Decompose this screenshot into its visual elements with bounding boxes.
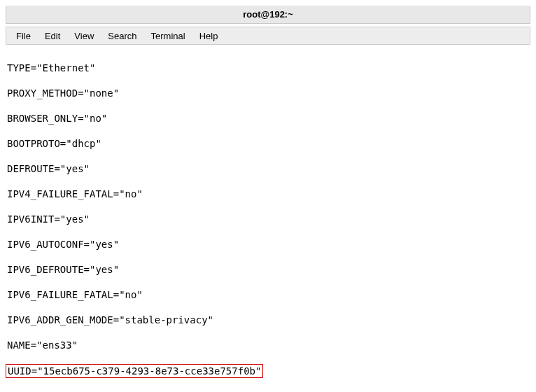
- config-line: BOOTPROTO="dhcp": [7, 137, 529, 150]
- config-line: TYPE="Ethernet": [7, 62, 529, 74]
- config-line: IPV6_AUTOCONF="yes": [7, 238, 529, 251]
- config-line: IPV6INIT="yes": [7, 213, 529, 225]
- menu-edit[interactable]: Edit: [38, 28, 67, 44]
- terminal-content[interactable]: TYPE="Ethernet" PROXY_METHOD="none" BROW…: [0, 45, 536, 392]
- menubar: File Edit View Search Terminal Help: [6, 27, 530, 45]
- menu-terminal[interactable]: Terminal: [144, 28, 192, 44]
- config-line: IPV6_DEFROUTE="yes": [7, 263, 529, 276]
- menu-search[interactable]: Search: [101, 28, 143, 44]
- config-line-uuid: UUID="15ecb675-c379-4293-8e73-cce33e757f…: [7, 364, 529, 377]
- config-line: DEVICE="ens33": [7, 389, 529, 392]
- menu-file[interactable]: File: [9, 28, 38, 44]
- config-line: IPV4_FAILURE_FATAL="no": [7, 188, 529, 200]
- config-line: DEFROUTE="yes": [7, 162, 529, 175]
- config-line: IPV6_ADDR_GEN_MODE="stable-privacy": [7, 314, 529, 326]
- config-line: BROWSER_ONLY="no": [7, 112, 529, 125]
- config-line: NAME="ens33": [7, 339, 529, 351]
- highlight-uuid: UUID="15ecb675-c379-4293-8e73-cce33e757f…: [6, 364, 263, 378]
- window-titlebar: root@192:~: [6, 6, 530, 24]
- config-line: PROXY_METHOD="none": [7, 87, 529, 99]
- menu-help[interactable]: Help: [192, 28, 225, 44]
- window-title: root@192:~: [243, 9, 293, 20]
- config-line: IPV6_FAILURE_FATAL="no": [7, 288, 529, 301]
- menu-view[interactable]: View: [67, 28, 101, 44]
